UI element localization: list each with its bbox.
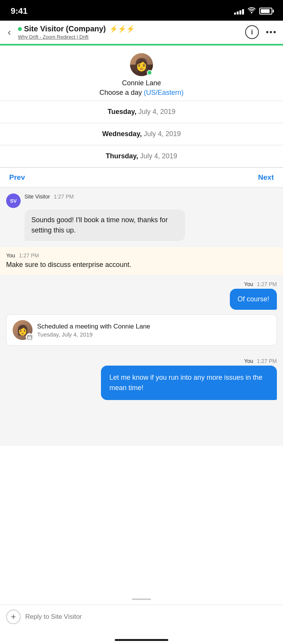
spacer <box>0 408 283 446</box>
prev-button[interactable]: Prev <box>9 173 25 182</box>
calendar-card: Connie Lane Choose a day (US/Eastern) Tu… <box>0 46 283 187</box>
chat-area: SV Site Visitor 1:27 PM Sounds good! I'l… <box>0 187 283 446</box>
date-item-tuesday[interactable]: Tuesday, July 4, 2019 <box>0 101 283 123</box>
agent-message-of-course: You 1:27 PM Of course! <box>0 275 283 311</box>
agent-meta-2: You 1:27 PM <box>244 358 277 364</box>
back-button[interactable]: ‹ <box>5 25 14 40</box>
meeting-card: Scheduled a meeting with Connie Lane Tue… <box>6 314 277 346</box>
choose-day-label: Choose a day (US/Eastern) <box>99 89 184 97</box>
meeting-text: Scheduled a meeting with Connie Lane Tue… <box>37 323 150 338</box>
avatar-container <box>130 53 153 76</box>
wifi-icon <box>248 7 255 15</box>
more-options-button[interactable]: ••• <box>266 27 277 37</box>
battery-icon <box>259 8 272 15</box>
reply-input[interactable] <box>25 613 277 621</box>
agent-bubble-letmeknow: Let me know if you run into any more iss… <box>101 366 277 400</box>
contact-name: Site Visitor (Company) ⚡⚡⚡ <box>24 24 135 33</box>
info-button[interactable]: i <box>245 25 259 39</box>
visitor-meta: Site Visitor 1:27 PM <box>24 194 74 200</box>
header-info: Site Visitor (Company) ⚡⚡⚡ Why Drift - Z… <box>18 24 241 40</box>
meeting-avatar-container <box>13 320 33 340</box>
date-list: Tuesday, July 4, 2019 Wednesday, July 4,… <box>0 101 283 168</box>
agent-name: Connie Lane <box>122 79 161 87</box>
header-title-row: Site Visitor (Company) ⚡⚡⚡ <box>18 24 241 33</box>
visitor-bubble: Sounds good! I'll book a time now, thank… <box>24 210 185 241</box>
header-actions: i ••• <box>245 25 277 39</box>
home-indicator <box>115 639 168 641</box>
header: ‹ Site Visitor (Company) ⚡⚡⚡ Why Drift -… <box>0 21 283 44</box>
reply-plus-button[interactable]: + <box>6 610 21 624</box>
note-text: Make sure to discuss enterprise account. <box>6 260 277 270</box>
header-subtitle: Why Drift - Zoom Redirect | Drift <box>18 34 241 40</box>
meeting-title: Scheduled a meeting with Connie Lane <box>37 323 150 330</box>
agent-info: Connie Lane Choose a day (US/Eastern) <box>0 46 283 101</box>
scroll-handle <box>132 598 151 600</box>
visitor-avatar: SV <box>6 194 21 208</box>
signal-icon <box>234 8 244 15</box>
lightning-icons: ⚡⚡⚡ <box>109 25 135 33</box>
next-button[interactable]: Next <box>258 173 274 182</box>
agent-meta-1: You 1:27 PM <box>244 281 277 287</box>
status-icons <box>234 7 272 15</box>
meeting-date: Tuesday, July 4, 2019 <box>37 331 150 338</box>
agent-bubble-of-course: Of course! <box>230 289 277 310</box>
date-item-thursday[interactable]: Thursday, July 4, 2019 <box>0 145 283 168</box>
svg-rect-0 <box>28 335 32 339</box>
visitor-message-row: SV Site Visitor 1:27 PM <box>0 187 283 210</box>
date-item-wednesday[interactable]: Wednesday, July 4, 2019 <box>0 123 283 145</box>
agent-message-letmeknow: You 1:27 PM Let me know if you run into … <box>0 352 283 408</box>
calendar-nav: Prev Next <box>0 168 283 187</box>
visitor-message-meta: Site Visitor 1:27 PM <box>24 194 74 201</box>
scroll-handle-container <box>132 595 151 600</box>
online-dot <box>18 27 22 31</box>
meeting-calendar-badge <box>26 333 33 341</box>
reply-bar: + <box>0 605 283 629</box>
note-meta: You 1:27 PM <box>6 252 277 259</box>
internal-note: You 1:27 PM Make sure to discuss enterpr… <box>0 247 283 275</box>
status-time: 9:41 <box>11 6 28 16</box>
timezone-label: (US/Eastern) <box>144 89 184 96</box>
